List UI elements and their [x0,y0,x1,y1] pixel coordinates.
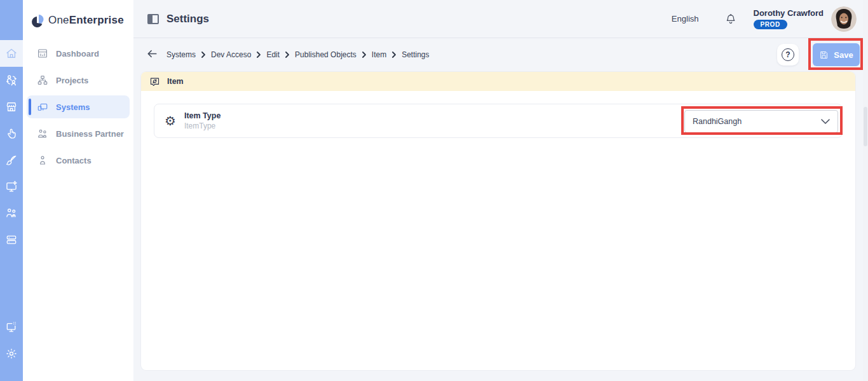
chevron-right-icon [257,52,261,58]
business-partner-icon [37,128,48,139]
monitor-apps-icon [5,321,18,333]
language-selector[interactable]: English [672,14,699,24]
sidebar-toggle-icon[interactable] [147,14,159,24]
rail-monitor-star-icon[interactable] [0,173,23,200]
breadcrumb-item-published-objects[interactable]: Published Objects [295,50,356,59]
item-sync-icon [149,76,160,87]
brand-logo[interactable]: OneEnterprise [23,0,133,31]
home-icon [5,47,18,60]
dropdown-selected-value: RandhiGangh [693,117,742,126]
chevron-right-icon [392,52,396,58]
item-type-dropdown[interactable]: RandhiGangh [684,110,838,133]
chevron-right-icon [201,52,205,58]
notifications-button[interactable] [724,13,737,25]
content-panel: Item ⚙ Item Type ItemType RandhiGangh [141,72,855,370]
rail-hand-pointer-icon[interactable] [0,120,23,147]
scrollbar-track [863,0,868,381]
page-title: Settings [166,13,209,25]
rail-business-partner-icon[interactable] [0,200,23,226]
question-icon: ? [782,48,794,61]
field-label: Item Type [184,111,220,120]
user-avatar[interactable] [831,6,857,32]
brand-name: OneEnterprise [48,14,124,27]
field-row-item-type: ⚙ Item Type ItemType RandhiGangh [154,104,843,138]
topbar: Settings English Dorothy Crawford PROD [133,0,863,38]
section-title: Item [167,77,184,86]
breadcrumb-item-dev-acceso[interactable]: Dev Acceso [211,50,251,59]
sidebar-item-projects[interactable]: Projects [23,67,133,94]
rail-home-icon[interactable] [0,40,23,67]
chevron-down-icon [821,119,830,125]
projects-icon [37,74,48,86]
active-item-indicator [29,99,31,115]
avatar-photo [831,6,857,32]
sidebar-item-label: Projects [56,76,88,85]
gear-icon: ⚙ [165,114,176,127]
sidebar: OneEnterprise Dashboard Projects Systems… [23,0,133,381]
environment-badge: PROD [754,20,787,29]
breadcrumb-item-item[interactable]: Item [372,50,386,59]
sidebar-item-label: Dashboard [56,49,99,59]
field-sublabel: ItemType [184,121,220,130]
settings-gear-icon [5,347,18,360]
business-partner-icon [5,207,18,219]
help-button[interactable]: ? [777,44,799,66]
main-area: Settings English Dorothy Crawford PROD [133,0,868,381]
rail-store-icon[interactable] [0,94,23,120]
people-sync-icon [5,74,18,87]
sidebar-item-label: Systems [56,102,90,112]
save-button-label: Save [834,50,853,60]
toolbar: Systems Dev Acceso Edit Published Object… [133,39,863,70]
rail-people-sync-icon[interactable] [0,67,23,94]
scrollbar-thumb[interactable] [864,107,867,146]
arrow-left-icon [146,48,158,60]
back-button[interactable] [146,48,158,60]
save-button[interactable]: Save [813,43,860,66]
chevron-right-icon [362,52,366,58]
rail-settings-gear-icon[interactable] [0,340,23,367]
breadcrumb-item-settings[interactable]: Settings [402,50,429,59]
sidebar-item-business-partner[interactable]: Business Partner [23,120,133,147]
hand-pointer-icon [5,127,18,140]
sidebar-nav: Dashboard Projects Systems Business Part… [23,40,133,174]
sidebar-item-contacts[interactable]: Contacts [23,147,133,174]
breadcrumb-item-systems[interactable]: Systems [166,50,196,59]
user-block: Dorothy Crawford PROD [754,8,824,29]
rail-monitor-apps-icon[interactable] [0,314,23,340]
rail-server-icon[interactable] [0,226,23,253]
icon-rail [0,0,23,381]
breadcrumb-item-edit[interactable]: Edit [266,50,280,59]
topbar-right: English Dorothy Crawford PROD [672,6,857,32]
bell-icon [724,13,737,25]
sidebar-item-dashboard[interactable]: Dashboard [23,40,133,67]
store-icon [5,100,18,113]
contacts-icon [37,155,48,166]
rail-paint-brush-icon[interactable] [0,147,23,174]
breadcrumb: Systems Dev Acceso Edit Published Object… [166,39,430,70]
monitor-star-icon [5,180,18,193]
paint-brush-icon [5,154,18,167]
chevron-right-icon [285,52,289,58]
user-name: Dorothy Crawford [754,8,824,18]
save-disk-icon [819,50,829,60]
sidebar-item-label: Business Partner [56,129,124,139]
brand-logo-icon [28,10,47,31]
field-labels: Item Type ItemType [184,111,220,130]
systems-icon [37,101,48,113]
sidebar-item-label: Contacts [56,156,92,165]
server-icon [5,233,18,246]
section-banner: Item [141,72,855,91]
dashboard-icon [37,48,48,59]
sidebar-item-systems[interactable]: Systems [23,94,133,120]
